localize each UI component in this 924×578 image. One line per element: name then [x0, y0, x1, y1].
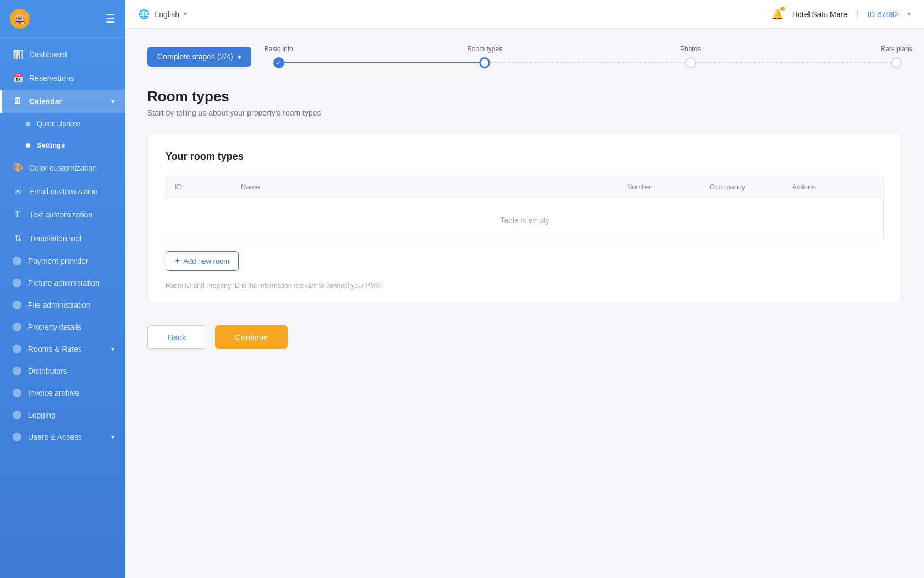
stage-line-1	[284, 62, 479, 63]
email-icon: ✉	[13, 186, 23, 197]
language-chevron-icon: ▾	[184, 10, 187, 18]
stages-track: Basic info ✓ Room types Photos	[273, 57, 902, 68]
col-header-number: Number	[627, 183, 710, 191]
payment-circle-icon	[13, 257, 21, 265]
sidebar-label-users: Users & Access	[28, 433, 82, 441]
invoice-circle-icon	[13, 389, 21, 397]
sidebar-item-color-customization[interactable]: 🎨 Color customization	[0, 156, 125, 179]
text-icon: T	[13, 210, 23, 220]
col-header-occupancy: Occupancy	[710, 183, 792, 191]
sidebar-logo: 🏨 ☰	[0, 0, 125, 38]
footer-actions: Back Continue	[147, 325, 902, 349]
sidebar-item-payment-provider[interactable]: Payment provider	[0, 250, 125, 272]
logging-circle-icon	[13, 411, 21, 419]
sidebar-label-logging: Logging	[28, 411, 56, 419]
add-new-room-button[interactable]: + Add new room	[166, 251, 239, 271]
quick-update-dot	[26, 122, 30, 126]
sidebar-item-settings[interactable]: Settings	[0, 134, 125, 156]
sidebar-item-calendar[interactable]: 🗓 Calendar ▾	[0, 90, 125, 113]
check-icon: ✓	[276, 59, 281, 67]
sidebar-label-translation: Translation tool	[29, 234, 81, 243]
settings-dot	[26, 143, 30, 148]
stage-room-types-circle	[479, 57, 490, 68]
col-header-id: ID	[175, 183, 241, 191]
calendar-icon: 🗓	[13, 96, 23, 106]
stage-line-3	[696, 62, 891, 63]
users-circle-icon	[13, 433, 21, 441]
room-types-table: ID Name Number Occupancy Actions Table i…	[166, 176, 884, 242]
sidebar-item-picture-administration[interactable]: Picture administation	[0, 272, 125, 294]
page-subtitle: Start by telling us about your property'…	[147, 108, 902, 117]
stage-room-types-label: Room types	[467, 45, 502, 53]
sidebar-item-quick-update[interactable]: Quick Update	[0, 113, 125, 134]
sidebar-item-rooms-rates[interactable]: Rooms & Rates ▾	[0, 338, 125, 360]
sidebar-item-property-details[interactable]: Property details	[0, 316, 125, 338]
stage-rate-plans: Rate plans	[891, 57, 902, 68]
stage-photos: Photos	[685, 57, 696, 68]
sidebar-item-distributors[interactable]: Distributors	[0, 360, 125, 382]
hamburger-menu[interactable]: ☰	[106, 12, 116, 25]
sidebar-label-email: Email customization	[29, 187, 98, 196]
picture-circle-icon	[13, 279, 21, 287]
main-area: 🌐 English ▾ 🔔 Hotel Satu Mare | ID 67892…	[125, 0, 924, 578]
rooms-circle-icon	[13, 345, 21, 353]
add-room-label: Add new room	[183, 257, 229, 265]
complete-stages-button[interactable]: Complete stages (2/4) ▾	[147, 47, 251, 67]
hotel-name: Hotel Satu Mare	[792, 10, 848, 19]
stage-rate-plans-circle	[891, 57, 902, 68]
back-button[interactable]: Back	[147, 325, 206, 349]
table-header: ID Name Number Occupancy Actions	[166, 176, 884, 198]
app-logo: 🏨	[10, 9, 30, 29]
stage-basic-info-label: Basic info	[265, 45, 293, 53]
sidebar-label-file: File administration	[28, 301, 91, 309]
sidebar-label-reservations: Reservations	[29, 74, 74, 83]
sidebar-item-email-customization[interactable]: ✉ Email customization	[0, 179, 125, 203]
header: 🌐 English ▾ 🔔 Hotel Satu Mare | ID 67892…	[125, 0, 924, 29]
notification-bell[interactable]: 🔔	[771, 8, 783, 20]
stage-basic-info-circle: ✓	[273, 57, 284, 68]
reservations-icon: 📅	[13, 73, 23, 83]
table-body: Table is empty	[166, 198, 884, 242]
hotel-id[interactable]: ID 67892	[867, 10, 899, 19]
sidebar-label-payment: Payment provider	[28, 257, 89, 265]
sidebar-item-logging[interactable]: Logging	[0, 404, 125, 426]
rooms-expand-icon: ▾	[111, 345, 114, 353]
sidebar-label-invoice: Invoice archive	[28, 389, 79, 397]
col-header-name: Name	[241, 183, 627, 191]
sidebar-label-calendar: Calendar	[29, 97, 62, 106]
pms-note: Room ID and Property ID is the informati…	[166, 282, 884, 290]
sidebar-label-dashboard: Dashboard	[29, 50, 67, 59]
sidebar-item-file-administration[interactable]: File administration	[0, 294, 125, 316]
calendar-expand-icon: ▾	[111, 97, 114, 105]
sidebar-item-users-access[interactable]: Users & Access ▾	[0, 426, 125, 448]
distributors-circle-icon	[13, 367, 21, 375]
complete-stages-chevron-icon: ▾	[238, 52, 241, 61]
card-title: Your room types	[166, 151, 884, 162]
continue-button[interactable]: Continue	[215, 325, 288, 349]
globe-icon: 🌐	[139, 9, 150, 19]
col-header-actions: Actions	[792, 183, 875, 191]
hotel-id-chevron-icon: ▾	[908, 10, 911, 18]
sidebar-item-translation-tool[interactable]: ⇅ Translation tool	[0, 226, 125, 250]
room-types-card: Your room types ID Name Number Occupancy…	[147, 133, 902, 303]
sidebar-item-invoice-archive[interactable]: Invoice archive	[0, 382, 125, 404]
sidebar-label-settings: Settings	[37, 141, 65, 149]
stage-basic-info: Basic info ✓	[273, 57, 284, 68]
stage-rate-plans-label: Rate plans	[881, 45, 912, 53]
sidebar-label-distributors: Distributors	[28, 367, 67, 375]
sidebar: 🏨 ☰ 📊 Dashboard 📅 Reservations 🗓 Calenda…	[0, 0, 125, 578]
sidebar-item-dashboard[interactable]: 📊 Dashboard	[0, 42, 125, 66]
plus-icon: +	[175, 256, 180, 266]
dashboard-icon: 📊	[13, 49, 23, 59]
header-divider: |	[856, 9, 859, 19]
translation-icon: ⇅	[13, 233, 23, 243]
sidebar-item-reservations[interactable]: 📅 Reservations	[0, 66, 125, 90]
sidebar-item-text-customization[interactable]: T Text customization	[0, 203, 125, 226]
language-selector[interactable]: 🌐 English ▾	[139, 9, 187, 19]
header-right: 🔔 Hotel Satu Mare | ID 67892 ▾	[771, 8, 911, 20]
stage-photos-label: Photos	[680, 45, 701, 53]
sidebar-navigation: 📊 Dashboard 📅 Reservations 🗓 Calendar ▾ …	[0, 38, 125, 578]
color-icon: 🎨	[13, 162, 23, 173]
stage-photos-circle	[685, 57, 696, 68]
stage-room-types: Room types	[479, 57, 490, 68]
